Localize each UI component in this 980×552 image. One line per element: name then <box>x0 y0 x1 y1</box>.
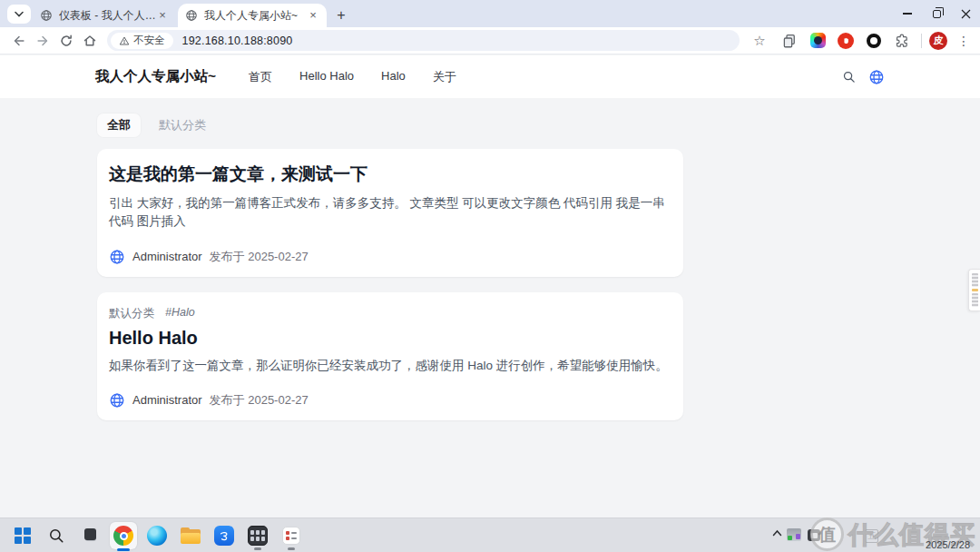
browser-tab-dashboard[interactable]: 仪表板 - 我人个人专属小站~ × <box>33 4 176 27</box>
nav-item-halo[interactable]: Halo <box>381 69 406 85</box>
site-globe-avatar-icon[interactable] <box>868 69 885 85</box>
tray-dark-app-icon[interactable] <box>808 529 820 541</box>
new-tab-button[interactable]: + <box>332 6 350 25</box>
category-tab-all[interactable]: 全部 <box>97 113 141 137</box>
edge-icon <box>147 526 167 546</box>
address-bar[interactable]: 不安全 192.168.10.188:8090 <box>107 30 740 51</box>
edge-floating-widget[interactable] <box>968 269 980 311</box>
stop-hand-icon <box>838 33 854 49</box>
taskbar-dark-app-button[interactable] <box>244 520 271 551</box>
taskbar-chrome-button[interactable] <box>110 522 137 549</box>
browser-menu-button[interactable]: ⋮ <box>955 31 973 51</box>
post-author[interactable]: Administrator <box>132 250 202 263</box>
minimize-icon <box>903 13 912 14</box>
post-footer: Administrator 发布于 2025-02-27 <box>109 392 671 409</box>
author-globe-avatar-icon <box>109 392 125 409</box>
forward-arrow-icon <box>35 34 50 48</box>
tab-title: 我人个人专属小站~ <box>204 8 307 24</box>
search-icon <box>48 527 64 544</box>
window-minimize-button[interactable] <box>893 0 922 27</box>
site-nav: 首页 Hello Halo Halo 关于 <box>249 69 456 85</box>
category-tabs: 全部 默认分类 <box>97 98 683 137</box>
post-card[interactable]: 这是我的第一篇文章，来测试一下 引出 大家好，我的第一篇博客正式发布，请多多支持… <box>97 149 683 277</box>
extensions-row <box>779 31 912 51</box>
running-indicator <box>254 547 261 550</box>
bookmark-star-button[interactable]: ☆ <box>749 30 770 52</box>
tab-search-button[interactable] <box>7 5 31 24</box>
running-indicator <box>117 548 130 551</box>
taskbar-search-button[interactable] <box>43 520 70 551</box>
reload-icon <box>59 34 74 48</box>
category-tab-default[interactable]: 默认分类 <box>153 113 211 137</box>
search-icon[interactable] <box>842 70 856 84</box>
globe-favicon-icon <box>185 9 198 22</box>
browser-profile-avatar[interactable]: 皮 <box>929 32 947 50</box>
widget-handle-bottom <box>972 293 978 307</box>
browser-tab-strip: 仪表板 - 我人个人专属小站~ × 我人个人专属小站~ × + <box>0 0 980 27</box>
post-category[interactable]: 默认分类 <box>109 306 154 321</box>
taskbar: 五 2025/2/28 值 什么值得买 <box>0 518 980 552</box>
browser-toolbar: 不安全 192.168.10.188:8090 ☆ 皮 ⋮ <box>0 27 980 54</box>
blue-app-icon <box>214 526 234 546</box>
windows-logo-icon <box>15 527 31 544</box>
home-button[interactable] <box>78 29 102 53</box>
toolbar-separator <box>921 34 922 48</box>
start-button[interactable] <box>9 520 36 551</box>
post-excerpt: 引出 大家好，我的第一篇博客正式发布，请多多支持。 文章类型 可以更改文字颜色 … <box>109 194 671 232</box>
forward-button[interactable] <box>31 29 54 53</box>
reload-button[interactable] <box>54 29 78 53</box>
browser-tab-site[interactable]: 我人个人专属小站~ × <box>178 4 327 27</box>
chevron-up-icon <box>772 529 782 537</box>
tab-title: 仪表板 - 我人个人专属小站~ <box>59 8 156 24</box>
page-content: 全部 默认分类 这是我的第一篇文章，来测试一下 引出 大家好，我的第一篇博客正式… <box>0 98 980 518</box>
tab-close-icon[interactable]: × <box>307 9 319 22</box>
tray-show-hidden-icons-button[interactable] <box>772 529 782 537</box>
tray-ime-indicator[interactable]: 五 <box>865 529 878 543</box>
tab-manager-extension-icon[interactable] <box>779 31 799 51</box>
extensions-menu-button[interactable] <box>892 31 912 51</box>
back-button[interactable] <box>7 29 31 53</box>
photo-extension-icon[interactable] <box>808 31 828 51</box>
close-icon <box>961 9 971 19</box>
chevron-down-icon <box>15 11 24 17</box>
post-tag[interactable]: #Halo <box>165 306 195 321</box>
taskbar-blue-app-button[interactable] <box>211 520 238 551</box>
window-restore-button[interactable] <box>922 0 951 27</box>
taskbar-apps <box>9 518 305 552</box>
post-title[interactable]: 这是我的第一篇文章，来测试一下 <box>109 163 671 186</box>
taskbar-clock-date[interactable]: 2025/2/28 <box>926 539 970 550</box>
nav-item-home[interactable]: 首页 <box>249 69 272 85</box>
home-icon <box>83 34 97 48</box>
screen: 仪表板 - 我人个人专属小站~ × 我人个人专属小站~ × + <box>0 0 980 552</box>
nav-item-hello-halo[interactable]: Hello Halo <box>299 69 354 85</box>
post-author[interactable]: Administrator <box>132 393 202 407</box>
task-view-icon <box>81 527 99 545</box>
security-chip[interactable]: 不安全 <box>111 33 173 49</box>
task-view-button[interactable] <box>76 520 103 551</box>
dark-ring-extension-icon[interactable] <box>864 31 884 51</box>
pages-icon <box>781 33 798 49</box>
tray-utility-icon[interactable] <box>787 528 801 541</box>
post-published: 发布于 2025-02-27 <box>210 392 309 409</box>
post-excerpt: 如果你看到了这一篇文章，那么证明你已经安装成功了，感谢使用 Halo 进行创作，… <box>109 357 671 375</box>
post-card[interactable]: 默认分类 #Halo Hello Halo 如果你看到了这一篇文章，那么证明你已… <box>97 292 683 420</box>
post-title[interactable]: Hello Halo <box>109 328 671 349</box>
back-arrow-icon <box>12 34 26 48</box>
site-header: 我人个人专属小站~ 首页 Hello Halo Halo 关于 <box>0 55 980 98</box>
post-meta: 默认分类 #Halo <box>109 306 671 321</box>
tab-close-icon[interactable]: × <box>156 9 169 22</box>
window-close-button[interactable] <box>951 0 980 27</box>
dark-app-icon <box>248 526 268 546</box>
restore-icon <box>933 10 941 18</box>
taskbar-edge-button[interactable] <box>143 520 171 551</box>
security-chip-label: 不安全 <box>133 34 165 47</box>
chrome-icon <box>113 526 133 546</box>
nav-item-about[interactable]: 关于 <box>433 69 456 85</box>
taskbar-white-app-button[interactable] <box>278 520 305 551</box>
window-controls <box>893 0 980 27</box>
taskbar-explorer-button[interactable] <box>177 520 204 551</box>
adblock-extension-icon[interactable] <box>836 31 856 51</box>
author-globe-avatar-icon <box>109 249 125 265</box>
site-title[interactable]: 我人个人专属小站~ <box>95 67 216 86</box>
folder-icon <box>181 527 201 544</box>
